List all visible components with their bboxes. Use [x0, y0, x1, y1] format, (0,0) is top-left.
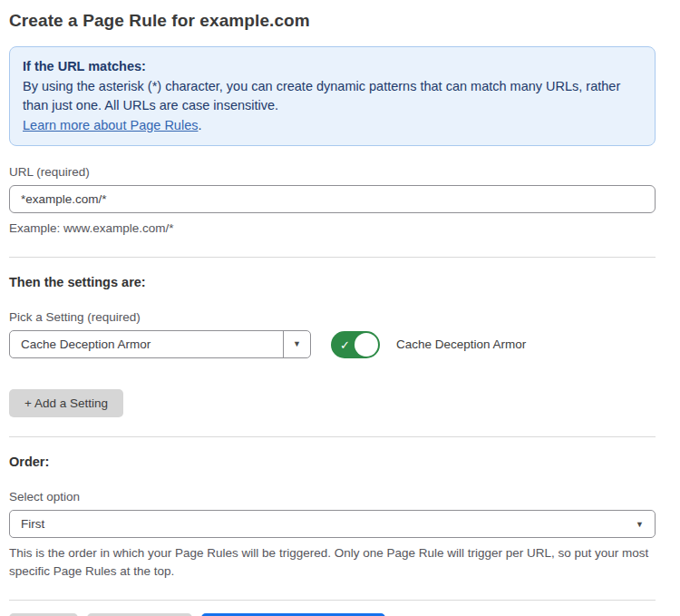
url-field-label: URL (required)	[9, 165, 656, 179]
order-section-heading: Order:	[9, 455, 656, 469]
info-box-heading: If the URL matches:	[23, 57, 642, 77]
url-input[interactable]	[9, 185, 656, 213]
setting-select-value: Cache Deception Armor	[10, 331, 283, 357]
info-box-body: By using the asterisk (*) character, you…	[23, 77, 642, 116]
url-field-helper: Example: www.example.com/*	[9, 220, 656, 238]
settings-section-heading: Then the settings are:	[9, 275, 656, 289]
setting-picker-label: Pick a Setting (required)	[9, 310, 656, 324]
order-select-value: First	[21, 517, 44, 531]
divider	[9, 436, 656, 437]
divider	[9, 600, 656, 601]
setting-row: Cache Deception Armor ▼ ✓ Cache Deceptio…	[9, 330, 656, 358]
cache-deception-armor-toggle[interactable]: ✓	[331, 331, 380, 358]
divider	[9, 257, 656, 258]
chevron-down-icon: ▼	[293, 340, 301, 348]
toggle-knob	[355, 333, 378, 357]
link-suffix: .	[198, 118, 201, 132]
info-box-link-line: Learn more about Page Rules.	[23, 116, 642, 136]
chevron-down-icon: ▼	[636, 520, 644, 528]
order-select-label: Select option	[9, 490, 656, 504]
setting-select[interactable]: Cache Deception Armor ▼	[9, 330, 311, 358]
url-match-info-box: If the URL matches: By using the asteris…	[9, 46, 656, 146]
page-title: Create a Page Rule for example.com	[9, 11, 656, 31]
order-select[interactable]: First ▼	[9, 510, 656, 538]
add-setting-button[interactable]: + Add a Setting	[9, 389, 123, 417]
setting-select-arrow-button[interactable]: ▼	[283, 331, 310, 357]
learn-more-link[interactable]: Learn more about Page Rules	[23, 118, 198, 132]
order-helper-text: This is the order in which your Page Rul…	[9, 544, 656, 581]
check-icon: ✓	[340, 337, 350, 351]
toggle-label: Cache Deception Armor	[396, 337, 526, 351]
page-rule-form: Create a Page Rule for example.com If th…	[0, 0, 680, 616]
